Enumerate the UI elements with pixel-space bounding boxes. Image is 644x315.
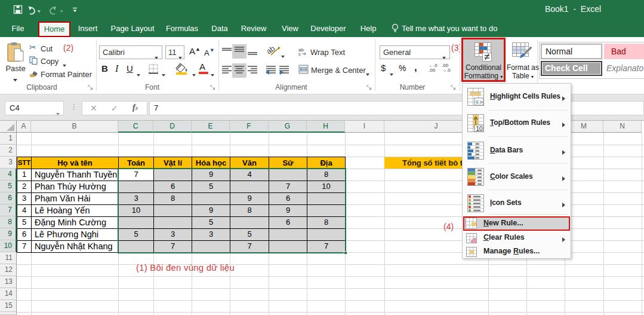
svg-text:10: 10 [476,126,483,132]
svg-text:c: c [298,51,301,56]
svg-text:>: > [480,99,483,105]
svg-text:≤: ≤ [476,99,479,105]
